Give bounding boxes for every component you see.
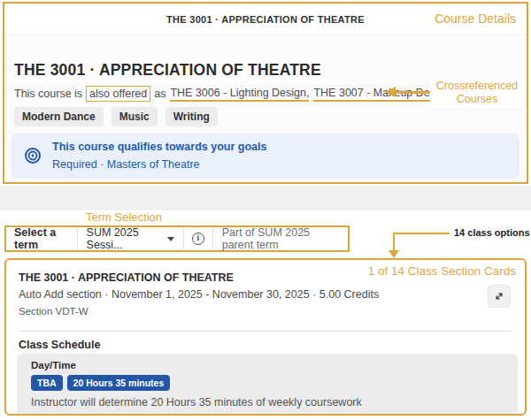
offered-prefix-text: This course is (14, 88, 82, 100)
tag-modern-dance[interactable]: Modern Dance (14, 107, 104, 126)
schedule-box: Day/Time TBA 20 Hours 35 minutes Instruc… (17, 354, 518, 416)
crossref-annotation-line2: Courses (430, 93, 524, 106)
day-time-label: Day/Time (31, 360, 76, 370)
section-code: Section VDT-W (19, 306, 88, 317)
offered-connector-text: as (154, 88, 165, 100)
divider (19, 331, 512, 332)
goals-banner-subtitle: Required · Masters of Theatre (52, 158, 200, 171)
section-card-title: THE 3001 · APPRECIATION OF THEATRE (19, 271, 234, 284)
also-offered-highlight: also offered (86, 86, 150, 102)
tba-badge: TBA (31, 375, 63, 391)
arrow-down-icon (389, 250, 399, 258)
instructor-note: Instructor will determine 20 Hours 35 mi… (31, 396, 362, 409)
subject-tags: Modern Dance Music Writing (14, 107, 218, 126)
hours-badge: 20 Hours 35 minutes (67, 375, 171, 391)
goals-banner: This course qualifies towards your goals… (12, 134, 519, 179)
parent-term-note: Part of SUM 2025 parent term (213, 226, 348, 251)
crossref-annotation: Crossreferenced Courses (430, 78, 524, 108)
term-dropdown[interactable]: SUM 2025 Sessi... (78, 226, 184, 251)
expand-button[interactable] (488, 285, 511, 308)
chevron-down-icon (167, 237, 174, 241)
course-details-panel: THE 3001 · APPRECIATION OF THEATRE Cours… (3, 2, 528, 184)
arrow-elbow-horizontal (395, 233, 450, 234)
select-term-label: Select a term (6, 226, 77, 251)
section-card-meta: Auto Add section · November 1, 2025 - No… (19, 288, 379, 301)
panel-body: THE 3001 · APPRECIATION OF THEATRE This … (4, 36, 527, 182)
section-card-annotation: 1 of 14 Class Section Cards (368, 264, 516, 278)
tag-music[interactable]: Music (112, 107, 158, 126)
course-details-annotation: Course Details (435, 11, 516, 26)
term-selection-bar: Select a term SUM 2025 Sessi... i Part o… (4, 225, 350, 252)
tag-writing[interactable]: Writing (165, 107, 218, 126)
crossref-course-link[interactable]: THE 3006 - Lighting Design, (170, 87, 309, 102)
term-dropdown-value: SUM 2025 Sessi... (87, 226, 156, 251)
divider (183, 227, 184, 250)
goals-banner-title: This course qualifies towards your goals (52, 141, 266, 153)
crossref-annotation-line1: Crossreferenced (430, 80, 524, 93)
class-section-card: 1 of 14 Class Section Cards THE 3001 · A… (4, 258, 527, 416)
section-divider-band (0, 186, 531, 210)
info-icon[interactable]: i (192, 233, 204, 245)
class-options-annotation: 14 class options (454, 227, 530, 238)
class-schedule-heading: Class Schedule (19, 339, 100, 351)
goal-target-icon (24, 147, 42, 164)
course-title: THE 3001 · APPRECIATION OF THEATRE (14, 61, 321, 80)
arrow-elbow-vertical (393, 233, 395, 251)
expand-icon (493, 290, 505, 302)
schedule-badges: TBA 20 Hours 35 minutes (31, 375, 170, 391)
term-selection-annotation: Term Selection (82, 210, 165, 224)
